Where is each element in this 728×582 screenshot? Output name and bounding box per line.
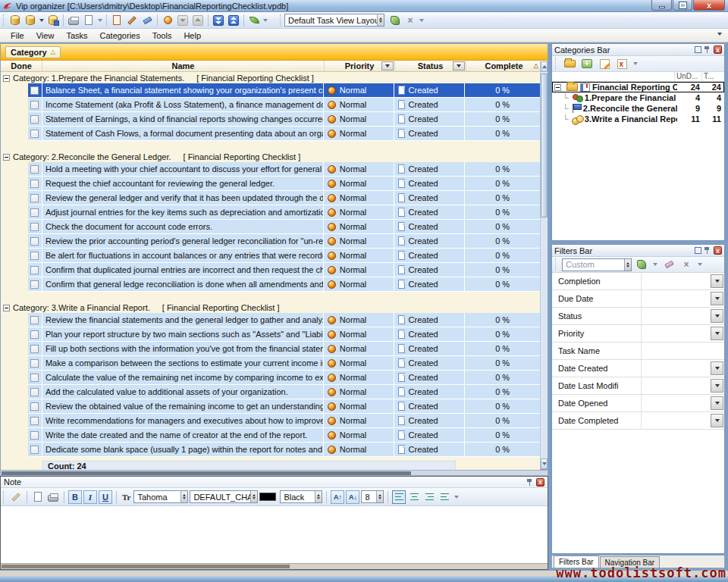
done-checkbox[interactable] [30,115,39,124]
done-checkbox[interactable] [30,417,39,425]
maximize-button[interactable] [673,0,692,11]
done-checkbox[interactable] [30,237,39,246]
increase-font-button[interactable]: A↑ [331,490,344,504]
underline-button[interactable]: U [99,490,112,504]
complete-task-button[interactable] [160,14,175,27]
group-header-row[interactable]: Category: 3.Write a Financial Report.[ F… [1,302,540,313]
done-checkbox[interactable] [30,374,39,382]
print-button[interactable] [66,14,81,27]
panel-close-button[interactable]: x [714,45,722,54]
font-combobox[interactable]: Tahoma [133,490,188,503]
save-layout-button[interactable] [388,14,403,27]
italic-button[interactable]: I [83,490,97,504]
open-database-dropdown-icon[interactable] [39,19,44,22]
tree-root-item[interactable]: Financial Reporting Checklist2424 [552,82,724,92]
leaf-dropdown-icon[interactable] [263,19,268,22]
task-row[interactable]: Review the financial statements and the … [28,313,540,327]
move-down-button[interactable] [175,14,190,27]
collapse-group-icon[interactable] [3,154,10,161]
column-header-name[interactable]: Name [42,61,325,71]
filter-value-dropdown-button[interactable] [711,379,723,393]
new-category-button[interactable]: + [579,57,595,70]
panel-pin-button[interactable] [704,246,712,255]
undone-column-header[interactable]: UnD... [674,72,701,81]
status-filter-button[interactable] [453,61,465,70]
filter-preset-combobox[interactable]: Custom [562,258,632,271]
edit-task-button[interactable] [124,14,140,27]
done-checkbox[interactable] [30,180,39,188]
new-category-group-button[interactable] [562,57,577,70]
priority-filter-button[interactable] [381,61,394,70]
note-horizontal-scrollbar[interactable] [1,563,548,569]
note-print-preview-button[interactable] [31,490,45,504]
color-combobox[interactable]: Black [280,490,322,503]
task-row[interactable]: Hold a meeting with your chief accountan… [28,162,540,177]
done-checkbox[interactable] [30,101,39,109]
task-row[interactable]: Make a comparison between the sections t… [28,356,540,371]
filter-value-dropdown-button[interactable] [711,292,723,305]
task-row[interactable]: Adjust journal entries for the key items… [28,205,540,220]
scroll-down-button[interactable] [541,458,548,469]
filter-leaf-button[interactable] [246,14,262,27]
menu-view[interactable]: View [30,30,61,42]
align-right-button[interactable] [422,490,436,504]
group-by-category-chip[interactable]: Category [5,46,61,58]
column-header-status[interactable]: Status [395,61,466,71]
delete-filter-button[interactable]: × [679,258,694,271]
task-row[interactable]: Calculate the value of the remaining net… [28,371,540,385]
panel-restore-button[interactable] [694,45,702,54]
filter-value-dropdown-button[interactable] [711,414,723,427]
filter-value-dropdown-button[interactable] [711,361,723,375]
filters-toolbar-dropdown-icon[interactable] [698,263,702,266]
delete-category-button[interactable]: x [614,57,629,70]
task-row[interactable]: Fill up both sections with the informati… [28,342,540,356]
done-checkbox[interactable] [30,345,39,353]
done-checkbox[interactable] [30,223,39,231]
menu-overflow-icon[interactable] [717,33,722,36]
menu-file[interactable]: File [5,30,30,42]
panel-pin-button[interactable] [704,45,712,54]
decrease-font-button[interactable]: A↓ [346,490,359,504]
done-checkbox[interactable] [30,252,39,260]
new-database-button[interactable] [8,14,23,27]
categories-toolbar-dropdown-icon[interactable] [633,62,638,65]
combo-spinner[interactable] [315,491,322,502]
panel-close-button[interactable]: x [714,246,722,255]
done-checkbox[interactable] [30,446,39,454]
save-filter-dropdown-icon[interactable] [653,263,657,266]
done-checkbox[interactable] [30,208,39,217]
panel-restore-button[interactable] [694,246,702,255]
done-checkbox[interactable] [30,388,39,396]
tree-category-item[interactable]: └1.Prepare the Financial Statem44 [552,92,724,103]
task-row[interactable]: Check the document for account code erro… [28,220,540,234]
task-row[interactable]: Add the calculated value to additional a… [28,385,540,399]
size-combobox[interactable]: 8 [361,490,384,503]
expand-all-button[interactable] [211,14,226,27]
clear-filter-button[interactable] [661,258,676,271]
table-vertical-scrollbar[interactable] [540,61,548,469]
close-button[interactable]: x [693,0,725,11]
task-row[interactable]: Write recommendations for managers and e… [28,414,540,428]
done-checkbox[interactable] [30,194,39,202]
task-row[interactable]: Confirm that duplicated journal entries … [28,263,540,277]
menu-tasks[interactable]: Tasks [60,30,93,42]
align-left-button[interactable] [392,490,406,504]
filter-value-dropdown-button[interactable] [711,396,723,410]
done-checkbox[interactable] [30,330,39,339]
task-row[interactable]: Plan your report structure by two main s… [28,327,540,342]
scroll-up-button[interactable] [541,61,548,72]
task-row[interactable]: Confirm that general ledge reconciliatio… [28,277,540,292]
task-row[interactable]: Be alert for fluctuations in account bal… [28,249,540,263]
layout-combobox[interactable]: Default Task View Layout [284,14,384,27]
table-horizontal-scrollbar[interactable] [0,470,548,476]
layout-dropdown-icon[interactable] [419,19,424,22]
edit-category-button[interactable] [597,57,612,70]
scrollbar-thumb[interactable] [541,74,548,217]
note-print-button[interactable] [46,490,60,504]
task-row[interactable]: Request the chief accountant for reviewi… [28,177,540,191]
open-database-button[interactable] [23,14,38,27]
delete-layout-button[interactable]: × [403,14,418,27]
note-edit-button[interactable] [9,490,23,504]
scrollbar-thumb[interactable] [2,565,290,568]
total-column-header[interactable]: T... [701,72,724,81]
